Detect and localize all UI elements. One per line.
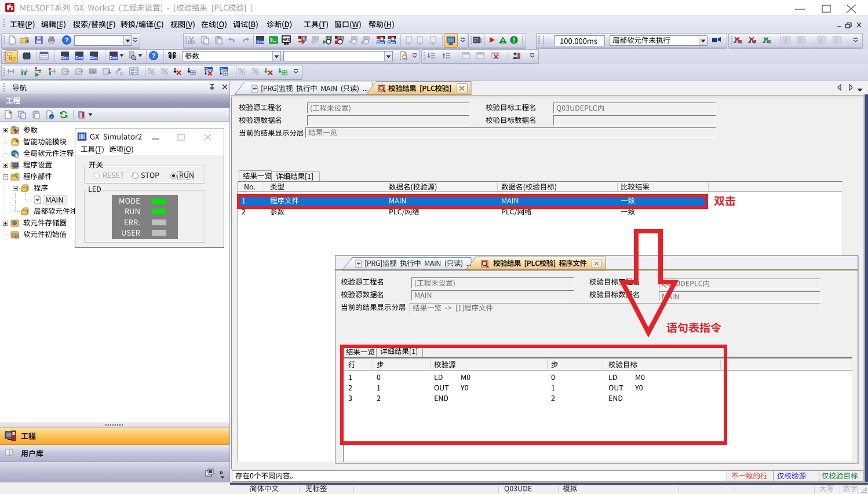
svg-text:Dev: Dev: [388, 41, 395, 45]
svg-text:HEX: HEX: [282, 38, 290, 42]
svg-text:Dev: Dev: [377, 41, 384, 45]
svg-text:Dev: Dev: [61, 56, 69, 60]
svg-text:FIO: FIO: [90, 70, 96, 74]
svg-text:Dev: Dev: [205, 68, 212, 71]
svg-text:Dev: Dev: [257, 40, 264, 44]
svg-text:i: i: [51, 115, 52, 119]
svg-text:Dev: Dev: [220, 68, 227, 71]
svg-text:Dev: Dev: [76, 56, 83, 60]
svg-text:Dev: Dev: [90, 56, 98, 60]
svg-text:?: ?: [152, 52, 156, 59]
svg-text:?: ?: [65, 36, 69, 43]
svg-text:Dev: Dev: [110, 56, 118, 60]
